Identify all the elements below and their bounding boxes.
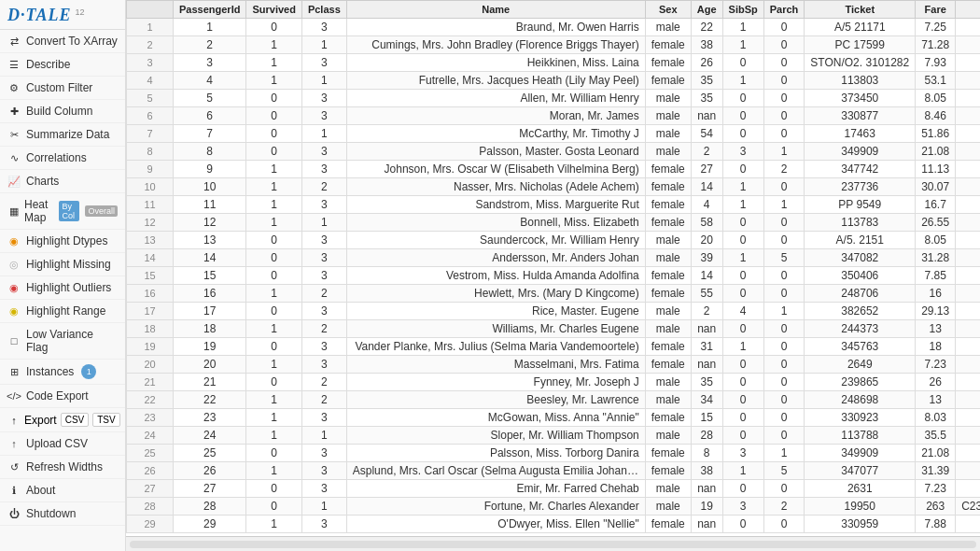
sidebar-item-summarize-data[interactable]: ✂ Summarize Data (0, 123, 125, 147)
cell-survived: 0 (246, 267, 301, 285)
sidebar-item-custom-filter[interactable]: ⚙ Custom Filter (0, 77, 125, 100)
col-header-survived[interactable]: Survived (246, 1, 301, 19)
cell-passengerid: 23 (174, 409, 246, 427)
table-row: 232313McGowan, Miss. Anna "Annie"female1… (127, 409, 981, 427)
cell-pclass: 3 (301, 480, 346, 498)
cell-cabin: C103 (956, 214, 980, 232)
cell-pclass: 3 (301, 232, 346, 249)
sidebar-item-instances[interactable]: ⊞ Instances 1 (0, 360, 125, 385)
cell-sibsp: 1 (722, 178, 763, 196)
cell-ticket: 382652 (805, 303, 916, 320)
cell-ticket: 349909 (805, 143, 916, 161)
cell-sex: male (645, 303, 691, 320)
cell-sex: female (645, 409, 691, 427)
horizontal-scrollbar[interactable] (130, 541, 976, 548)
cell-survived: 1 (246, 161, 301, 178)
cell-sex: female (645, 267, 691, 285)
heat-badge-overall: Overall (85, 205, 118, 217)
cell-fare: 7.25 (916, 19, 956, 36)
cell-name: McGowan, Miss. Anna "Annie" (346, 409, 645, 427)
col-header-name[interactable]: Name (346, 1, 645, 19)
sidebar-item-highlight-range[interactable]: ◉ Highlight Range (0, 300, 125, 323)
sidebar-item-about[interactable]: ℹ About (0, 479, 125, 502)
export-icon: ↑ (7, 414, 21, 427)
col-header-cabin[interactable]: Cabin (956, 1, 980, 19)
sidebar-item-build-column[interactable]: ✚ Build Column (0, 100, 125, 123)
sidebar-item-convert-xarray[interactable]: ⇄ Convert To XArray (0, 30, 125, 53)
cell-sibsp: 0 (722, 374, 763, 391)
cell-sex: male (645, 90, 691, 107)
export-tsv-button[interactable]: TSV (92, 413, 119, 427)
cell-sibsp: 0 (722, 267, 763, 285)
cell-age: nan (691, 356, 722, 374)
sidebar-item-export[interactable]: ↑ Export CSV TSV (0, 408, 125, 432)
col-header-parch[interactable]: Parch (763, 1, 805, 19)
cell-survived: 0 (246, 19, 301, 36)
row-index: 12 (127, 214, 174, 232)
cell-fare: 13 (916, 320, 956, 338)
cell-fare: 26.55 (916, 214, 956, 232)
cell-fare: 16 (916, 285, 956, 303)
sidebar-item-shutdown[interactable]: ⏻ Shutdown (0, 502, 125, 526)
sidebar: D·TALE 12 ⇄ Convert To XArray ☰ Describe… (0, 0, 126, 551)
sidebar-item-highlight-outliers[interactable]: ◉ Highlight Outliers (0, 276, 125, 300)
sidebar-label-correlations: Correlations (26, 151, 87, 164)
cell-cabin: nan (956, 90, 980, 107)
cell-parch: 0 (763, 232, 805, 249)
cell-survived: 0 (246, 232, 301, 249)
col-header-age[interactable]: Age (691, 1, 722, 19)
data-table-container[interactable]: PassengerId Survived Pclass Name Sex Age… (126, 0, 980, 536)
col-header-sibsp[interactable]: SibSp (722, 1, 763, 19)
cell-passengerid: 15 (174, 267, 246, 285)
row-index: 26 (127, 462, 174, 480)
sidebar-item-heat-map[interactable]: ▦ Heat Map By Col Overall (0, 193, 125, 230)
col-header-passengerid[interactable]: PassengerId (174, 1, 246, 19)
cell-fare: 35.5 (916, 427, 956, 445)
cell-sex: male (645, 232, 691, 249)
table-row: 9913Johnson, Mrs. Oscar W (Elisabeth Vil… (127, 161, 981, 178)
sidebar-item-describe[interactable]: ☰ Describe (0, 53, 125, 77)
cell-cabin: nan (956, 107, 980, 125)
cell-ticket: 248706 (805, 285, 916, 303)
col-header-ticket[interactable]: Ticket (805, 1, 916, 19)
table-header-row: PassengerId Survived Pclass Name Sex Age… (127, 1, 981, 19)
table-row: 1103Braund, Mr. Owen Harrismale2210A/5 2… (127, 19, 981, 36)
col-header-pclass[interactable]: Pclass (301, 1, 346, 19)
sidebar-label-charts: Charts (26, 175, 59, 188)
cell-name: Heikkinen, Miss. Laina (346, 54, 645, 72)
cell-parch: 0 (763, 72, 805, 90)
row-index: 5 (127, 90, 174, 107)
sidebar-item-refresh-widths[interactable]: ↺ Refresh Widths (0, 456, 125, 479)
col-header-sex[interactable]: Sex (645, 1, 691, 19)
row-index: 19 (127, 338, 174, 356)
code-icon: </> (7, 389, 21, 403)
cell-parch: 2 (763, 498, 805, 516)
sidebar-item-code-export[interactable]: </> Code Export (0, 385, 125, 408)
cell-cabin: D56 (956, 391, 980, 409)
export-csv-button[interactable]: CSV (61, 413, 90, 427)
cell-sibsp: 0 (722, 427, 763, 445)
cell-ticket: 350406 (805, 267, 916, 285)
sidebar-item-low-variance[interactable]: □ Low Variance Flag (0, 323, 125, 360)
highlight-outliers-icon: ◉ (7, 281, 21, 294)
cell-ticket: 347077 (805, 462, 916, 480)
cell-passengerid: 24 (174, 427, 246, 445)
cell-name: Palsson, Master. Gosta Leonard (346, 143, 645, 161)
cell-pclass: 2 (301, 285, 346, 303)
cell-fare: 16.7 (916, 196, 956, 214)
sidebar-item-correlations[interactable]: ∿ Correlations (0, 147, 125, 170)
cell-sibsp: 1 (722, 72, 763, 90)
sidebar-item-charts[interactable]: 📈 Charts (0, 170, 125, 193)
sidebar-item-highlight-dtypes[interactable]: ◉ Highlight Dtypes (0, 230, 125, 253)
cell-sex: female (645, 445, 691, 462)
sidebar-item-upload-csv[interactable]: ↑ Upload CSV (0, 432, 125, 456)
sidebar-item-highlight-missing[interactable]: ◎ Highlight Missing (0, 253, 125, 276)
cell-cabin: nan (956, 462, 980, 480)
col-header-fare[interactable]: Fare (916, 1, 956, 19)
cell-parch: 0 (763, 214, 805, 232)
row-index: 14 (127, 249, 174, 267)
cell-sex: female (645, 214, 691, 232)
cell-fare: 26 (916, 374, 956, 391)
cell-ticket: 349909 (805, 445, 916, 462)
instances-count-badge: 1 (81, 364, 96, 379)
